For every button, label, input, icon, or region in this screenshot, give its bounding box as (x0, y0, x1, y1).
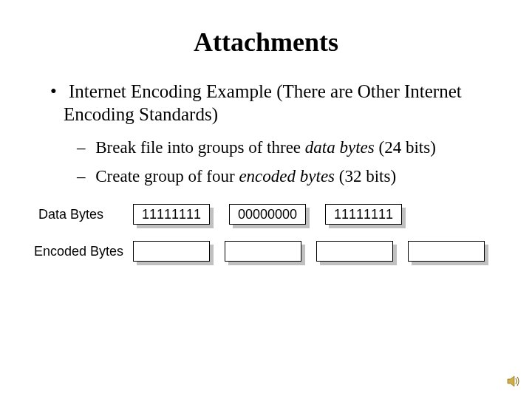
bullet-l2a-em: data bytes (305, 138, 375, 157)
bullet-l2a-post: (24 bits) (375, 138, 436, 157)
bullet-level1: Internet Encoding Example (There are Oth… (38, 80, 498, 126)
data-byte-box: 00000000 (229, 204, 306, 225)
bullet-level2-b: Create group of four encoded bytes (32 b… (68, 166, 498, 188)
slide: Attachments Internet Encoding Example (T… (0, 0, 532, 399)
encoded-byte-box (316, 241, 393, 262)
bullet-l2b-pre: Create group of four (95, 167, 239, 185)
slide-title: Attachments (34, 27, 498, 58)
bullet-level2-a: Break file into groups of three data byt… (68, 137, 498, 159)
data-byte-value: 00000000 (229, 204, 306, 225)
encoded-bytes-boxes (133, 241, 485, 262)
encoded-byte-box (133, 241, 210, 262)
encoded-byte-value (408, 241, 485, 262)
data-byte-box: 11111111 (133, 204, 210, 225)
encoded-byte-value (316, 241, 393, 262)
data-byte-value: 11111111 (133, 204, 210, 225)
encoded-byte-value (133, 241, 210, 262)
speaker-icon[interactable] (507, 374, 522, 389)
data-byte-value: 11111111 (325, 204, 402, 225)
data-bytes-boxes: 11111111 00000000 11111111 (133, 204, 402, 225)
encoded-bytes-row: Encoded Bytes (34, 241, 498, 262)
data-bytes-label: Data Bytes (34, 207, 133, 222)
data-bytes-row: Data Bytes 11111111 00000000 11111111 (34, 204, 498, 225)
data-byte-box: 11111111 (325, 204, 402, 225)
encoded-byte-box (225, 241, 301, 262)
bullet-l2b-em: encoded bytes (239, 167, 335, 185)
encoded-byte-value (225, 241, 301, 262)
bullet-level1-text: Internet Encoding Example (There are Oth… (64, 81, 462, 124)
svg-marker-0 (508, 376, 514, 386)
bullet-l2b-post: (32 bits) (335, 167, 396, 185)
encoded-byte-box (408, 241, 485, 262)
bullet-l2a-pre: Break file into groups of three (95, 138, 305, 157)
encoded-bytes-label: Encoded Bytes (34, 244, 133, 259)
